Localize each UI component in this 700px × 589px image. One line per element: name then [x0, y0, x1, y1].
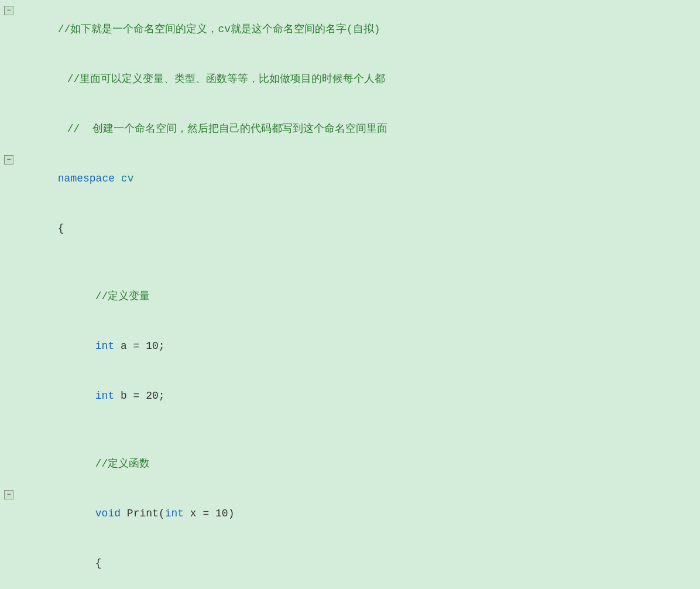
- code-token: {: [95, 557, 102, 569]
- code-token: cv: [115, 173, 133, 184]
- line-content-7: //定义变量: [55, 273, 700, 320]
- line-content-2: //里面可以定义变量、类型、函数等等，比如做项目的时候每个人都: [27, 56, 700, 103]
- code-line-8: int a = 10;: [0, 321, 700, 371]
- line-content-3: // 创建一个命名空间，然后把自己的代码都写到这个命名空间里面: [27, 105, 700, 153]
- code-line-10: [0, 421, 700, 439]
- code-line-13: {: [0, 539, 700, 588]
- code-token: {: [58, 222, 64, 234]
- code-line-5: {: [0, 204, 700, 254]
- line-content-10: [27, 422, 700, 438]
- code-token: b = 20;: [114, 390, 164, 402]
- code-line-6: [0, 254, 700, 272]
- code-line-9: int b = 20;: [0, 371, 700, 421]
- line-content-4: namespace cv: [18, 155, 700, 203]
- code-token: Print(: [121, 508, 165, 519]
- fold-indicator-12[interactable]: −: [0, 490, 18, 499]
- line-content-9: int b = 20;: [55, 372, 700, 420]
- line-content-6: [27, 255, 700, 270]
- fold-indicator-1[interactable]: −: [0, 6, 18, 15]
- code-token: //定义变量: [95, 290, 150, 302]
- line-content-13: {: [55, 540, 700, 587]
- code-line-1: − //如下就是一个命名空间的定义，cv就是这个命名空间的名字(自拟): [0, 5, 700, 54]
- code-token: void: [95, 508, 121, 519]
- keyword-int-1: int: [95, 340, 114, 352]
- code-token: //定义函数: [95, 458, 150, 470]
- line-content-11: //定义函数: [55, 440, 700, 488]
- line-content-1: //如下就是一个命名空间的定义，cv就是这个命名空间的名字(自拟): [18, 6, 700, 53]
- line-content-5: {: [18, 205, 700, 252]
- code-line-4: − namespace cv: [0, 154, 700, 204]
- fold-indicator-4[interactable]: −: [0, 155, 18, 165]
- code-token: //里面可以定义变量、类型、函数等等，比如做项目的时候每个人都: [67, 73, 386, 85]
- code-line-7: //定义变量: [0, 272, 700, 321]
- line-content-12: void Print(int x = 10): [55, 490, 700, 537]
- code-token: a = 10;: [114, 340, 164, 352]
- code-token: x = 10): [184, 508, 234, 519]
- code-line-12: − void Print(int x = 10): [0, 489, 700, 539]
- code-line-3: // 创建一个命名空间，然后把自己的代码都写到这个命名空间里面: [0, 104, 700, 154]
- code-editor: − //如下就是一个命名空间的定义，cv就是这个命名空间的名字(自拟) //里面…: [0, 0, 700, 589]
- code-line-11: //定义函数: [0, 439, 700, 489]
- code-token: int: [165, 508, 184, 519]
- line-content-8: int a = 10;: [55, 323, 700, 370]
- code-token: namespace: [58, 173, 115, 184]
- code-line-2: //里面可以定义变量、类型、函数等等，比如做项目的时候每个人都: [0, 54, 700, 104]
- code-token: // 创建一个命名空间，然后把自己的代码都写到这个命名空间里面: [67, 123, 387, 135]
- code-token: //如下就是一个命名空间的定义，cv就是这个命名空间的名字(自拟): [58, 23, 380, 35]
- keyword-int-2: int: [95, 390, 114, 402]
